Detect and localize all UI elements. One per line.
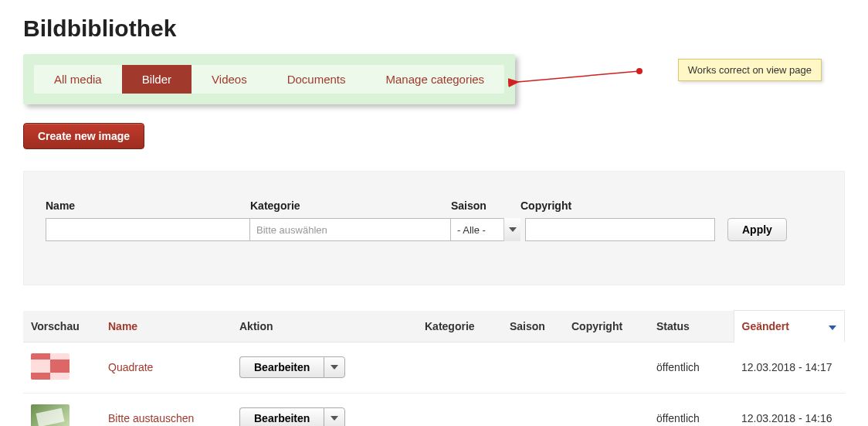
sort-desc-icon [829,320,836,332]
filter-saison-select[interactable] [451,218,520,241]
cell-copyright [564,393,649,426]
th-status: Status [649,311,734,343]
tab-documents[interactable]: Documents [267,65,366,94]
table-row: Quadrate Bearbeiten öffentlich 12.03.201… [23,342,845,393]
chevron-down-icon [331,365,338,370]
tab-bilder[interactable]: Bilder [122,65,192,94]
tab-all-media[interactable]: All media [34,65,122,94]
cell-geaendert: 12.03.2018 - 14:16 [734,393,845,426]
filter-saison-label: Saison [451,199,520,212]
th-saison: Saison [502,311,564,343]
th-aktion: Aktion [232,311,417,343]
chevron-down-icon [331,416,338,421]
tab-videos[interactable]: Videos [192,65,267,94]
edit-dropdown-toggle[interactable] [324,407,345,426]
cell-kategorie [417,393,502,426]
tab-manage-categories[interactable]: Manage categories [366,65,505,94]
svg-point-1 [636,68,643,74]
edit-button[interactable]: Bearbeiten [239,356,324,378]
edit-dropdown-toggle[interactable] [324,356,345,378]
table-row: Bitte austauschen Bearbeiten öffentlich … [23,393,845,426]
filter-copyright-label: Copyright [520,199,715,212]
cell-geaendert: 12.03.2018 - 14:17 [734,342,845,393]
cell-status: öffentlich [649,393,734,426]
th-geaendert[interactable]: Geändert [734,311,845,343]
th-copyright: Copyright [564,311,649,343]
edit-button[interactable]: Bearbeiten [239,407,324,426]
row-name-link[interactable]: Bitte austauschen [108,412,194,424]
filter-copyright-input[interactable] [525,218,715,241]
results-table: Vorschau Name Aktion Kategorie Saison Co… [23,310,845,426]
th-kategorie: Kategorie [417,311,502,343]
cell-saison [502,342,564,393]
filter-panel: Name Kategorie Saison Copyright [23,171,845,285]
create-new-image-button[interactable]: Create new image [23,123,144,149]
filter-kategorie-input[interactable] [250,218,451,241]
cell-saison [502,393,564,426]
tabs-container: All media Bilder Videos Documents Manage… [23,54,515,104]
svg-line-0 [517,71,639,82]
page-title: Bildbibliothek [23,15,845,42]
th-name[interactable]: Name [100,311,232,343]
th-vorschau: Vorschau [23,311,100,343]
cell-copyright [564,342,649,393]
filter-kategorie-label: Kategorie [250,199,451,212]
cell-kategorie [417,342,502,393]
filter-name-input[interactable] [46,218,250,241]
annotation-arrow [510,68,649,99]
annotation-callout: Works correct on view page [678,59,822,81]
thumbnail [31,404,70,427]
apply-button[interactable]: Apply [727,218,787,241]
cell-status: öffentlich [649,342,734,393]
filter-name-label: Name [46,199,250,212]
row-name-link[interactable]: Quadrate [108,361,153,373]
thumbnail [31,353,70,380]
